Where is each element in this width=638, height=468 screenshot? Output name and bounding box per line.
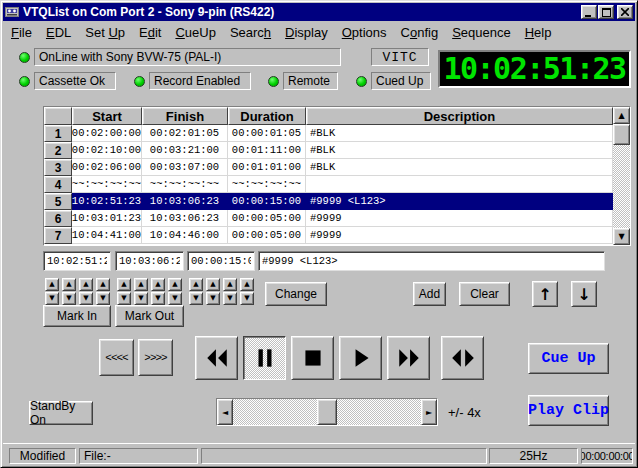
- pause-icon: [252, 348, 278, 368]
- menu-item-sequence[interactable]: Sequence: [445, 23, 518, 42]
- spin-up-button[interactable]: ▲: [151, 278, 165, 291]
- start-cell: 00:02:00:00: [72, 125, 142, 142]
- table-row[interactable]: 4~~:~~:~~:~~~~:~~:~~:~~~~:~~:~~:~~: [44, 176, 613, 193]
- menu-item-display[interactable]: Display: [278, 23, 335, 42]
- table-row[interactable]: 200:02:10:0000:03:21:0000:01:11:00#BLK: [44, 142, 613, 159]
- clear-button[interactable]: Clear: [459, 282, 510, 306]
- spin-up-button[interactable]: ▲: [240, 278, 254, 291]
- app-window: VTQList on Com Port 2 - Sony 9-pin (RS42…: [0, 0, 638, 468]
- spin-down-button[interactable]: ▼: [206, 292, 220, 305]
- description-cell: #9999: [306, 210, 613, 227]
- spin-down-button[interactable]: ▼: [79, 292, 93, 305]
- row-number-cell[interactable]: 6: [44, 210, 72, 227]
- spin-up-button[interactable]: ▲: [62, 278, 76, 291]
- spin-down-button[interactable]: ▼: [223, 292, 237, 305]
- spin-up-button[interactable]: ▲: [79, 278, 93, 291]
- menu-item-help[interactable]: Help: [518, 23, 559, 42]
- row-number-cell[interactable]: 2: [44, 142, 72, 159]
- duration-cell: 00:00:01:05: [228, 125, 306, 142]
- table-row[interactable]: 300:02:06:0000:03:07:0000:01:01:00#BLK: [44, 159, 613, 176]
- spin-up-button[interactable]: ▲: [96, 278, 110, 291]
- timecode-spinner: ▲▼: [206, 278, 220, 305]
- menu-item-setup[interactable]: Set Up: [78, 23, 132, 42]
- menu-item-file[interactable]: File: [4, 23, 39, 42]
- step-back-button[interactable]: <<<<: [99, 339, 134, 376]
- play-button[interactable]: [339, 336, 382, 380]
- spin-down-button[interactable]: ▼: [96, 292, 110, 305]
- stop-button[interactable]: [291, 336, 334, 380]
- spin-down-button[interactable]: ▼: [117, 292, 131, 305]
- shuttle-slider[interactable]: ◄ ►: [216, 398, 438, 426]
- spin-up-button[interactable]: ▲: [134, 278, 148, 291]
- spin-up-button[interactable]: ▲: [223, 278, 237, 291]
- maximize-button[interactable]: [598, 5, 614, 19]
- mark-out-button[interactable]: Mark Out: [115, 305, 184, 327]
- spin-up-button[interactable]: ▲: [45, 278, 59, 291]
- title-bar[interactable]: VTQList on Com Port 2 - Sony 9-pin (RS42…: [3, 3, 635, 21]
- spin-up-button[interactable]: ▲: [168, 278, 182, 291]
- description-field[interactable]: [258, 251, 605, 271]
- rewind-button[interactable]: [195, 336, 238, 380]
- scrollbar-thumb[interactable]: [613, 124, 630, 145]
- spin-down-button[interactable]: ▼: [240, 292, 254, 305]
- menu-item-config[interactable]: Config: [394, 23, 446, 42]
- row-number-cell[interactable]: 3: [44, 159, 72, 176]
- duration-field[interactable]: [187, 251, 255, 271]
- spin-up-button[interactable]: ▲: [206, 278, 220, 291]
- spin-up-button[interactable]: ▲: [117, 278, 131, 291]
- header-description: Description: [306, 107, 613, 125]
- table-row[interactable]: 610:03:01:2310:03:06:2300:00:05:00#9999: [44, 210, 613, 227]
- spin-down-button[interactable]: ▼: [151, 292, 165, 305]
- spin-down-button[interactable]: ▼: [134, 292, 148, 305]
- menu-item-cueup[interactable]: CueUp: [168, 23, 222, 42]
- shuttle-button[interactable]: [441, 336, 484, 380]
- spin-down-button[interactable]: ▼: [168, 292, 182, 305]
- move-down-button[interactable]: ↓: [571, 281, 597, 307]
- add-button[interactable]: Add: [413, 282, 446, 306]
- mark-in-button[interactable]: Mark In: [43, 305, 111, 327]
- table-scrollbar[interactable]: ▲ ▼: [613, 107, 630, 245]
- menu-item-edl[interactable]: EDL: [39, 23, 78, 42]
- spin-up-button[interactable]: ▲: [189, 278, 203, 291]
- row-number-cell[interactable]: 5: [44, 193, 72, 210]
- play-clip-button[interactable]: Play Clip: [528, 395, 609, 426]
- spin-down-button[interactable]: ▼: [189, 292, 203, 305]
- row-number-cell[interactable]: 4: [44, 176, 72, 193]
- timecode-spinner: ▲▼: [45, 278, 59, 305]
- cue-up-button[interactable]: Cue Up: [528, 343, 609, 374]
- spinner-group: ▲▼▲▼▲▼▲▼: [189, 278, 254, 305]
- row-number-cell[interactable]: 7: [44, 227, 72, 244]
- slider-thumb[interactable]: [317, 399, 337, 425]
- row-number-cell[interactable]: 1: [44, 125, 72, 142]
- table-row[interactable]: 510:02:51:2310:03:06:2300:00:15:00#9999 …: [44, 193, 613, 210]
- timecode-spinner: ▲▼: [62, 278, 76, 305]
- cassette-status-box: Cassette Ok: [34, 72, 116, 90]
- fast-forward-button[interactable]: [387, 336, 430, 380]
- change-button[interactable]: Change: [265, 282, 327, 306]
- spin-down-button[interactable]: ▼: [45, 292, 59, 305]
- minimize-button[interactable]: [581, 5, 597, 19]
- pause-button[interactable]: [243, 336, 286, 380]
- cued-status-box: Cued Up: [371, 72, 431, 90]
- menu-item-search[interactable]: Search: [223, 23, 278, 42]
- mark-out-field[interactable]: [115, 251, 184, 271]
- mark-in-field[interactable]: [43, 251, 111, 271]
- scroll-down-icon: ▼: [618, 233, 624, 241]
- standby-button[interactable]: StandBy On: [29, 401, 93, 425]
- duration-cell: 00:00:15:00: [228, 193, 306, 210]
- spin-down-button[interactable]: ▼: [62, 292, 76, 305]
- close-button[interactable]: [617, 5, 633, 19]
- menu-item-options[interactable]: Options: [335, 23, 394, 42]
- scroll-up-button[interactable]: ▲: [613, 107, 630, 124]
- table-row[interactable]: 710:04:41:0010:04:46:0000:00:05:00#9999: [44, 227, 613, 244]
- table-row[interactable]: 100:02:00:0000:02:01:0500:00:01:05#BLK: [44, 125, 613, 142]
- slider-right-button[interactable]: ►: [421, 399, 437, 425]
- slider-left-button[interactable]: ◄: [217, 399, 233, 425]
- duration-cell: ~~:~~:~~:~~: [228, 176, 306, 193]
- slider-left-icon: ◄: [222, 408, 228, 417]
- move-up-button[interactable]: ↑: [532, 281, 558, 307]
- stop-icon: [300, 348, 326, 368]
- step-forward-button[interactable]: >>>>: [138, 339, 173, 376]
- menu-item-edit[interactable]: Edit: [132, 23, 168, 42]
- scroll-down-button[interactable]: ▼: [613, 228, 630, 245]
